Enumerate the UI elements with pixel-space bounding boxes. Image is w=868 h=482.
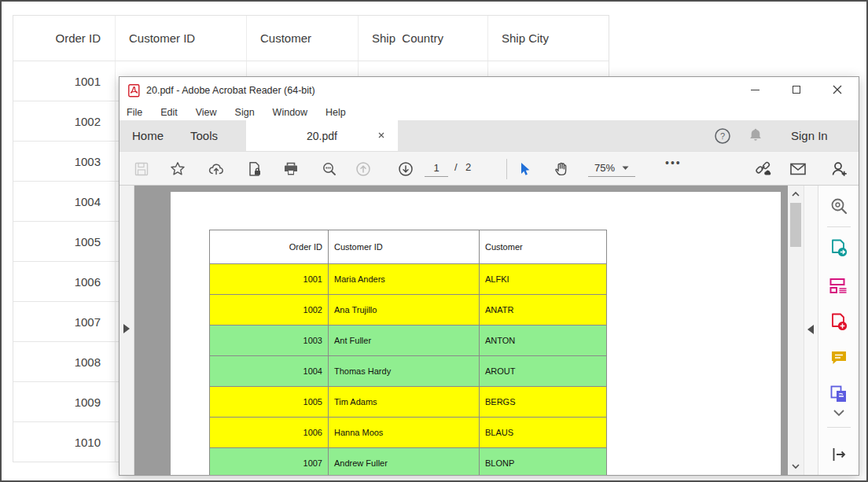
pdf-cell-customer-id: Ana Trujillo <box>329 295 480 326</box>
scroll-down-button[interactable] <box>790 461 801 472</box>
open-tools-panel-button[interactable] <box>828 443 850 465</box>
toolbar: 1 / 2 75% ••• <box>120 151 859 186</box>
viewer-content: Order ID Customer ID Customer 1001 Maria… <box>120 186 859 475</box>
sidebar-divider <box>827 427 851 428</box>
pdf-cell-customer-id: Andrew Fuller <box>329 448 480 475</box>
save-button[interactable] <box>132 160 151 178</box>
pdf-table-row: 1003 Ant Fuller ANTON <box>210 326 606 356</box>
pdf-cell-customer: ALFKI <box>480 264 606 295</box>
tools-sidebar <box>818 186 859 475</box>
pdf-cell-order-id: 1003 <box>210 326 329 356</box>
order-id-cell: 1001 <box>13 61 116 101</box>
sign-in-button[interactable]: Sign In <box>791 120 828 151</box>
collapse-right-panel-button[interactable] <box>807 325 814 334</box>
maximize-icon <box>793 86 800 94</box>
sidebar-divider <box>827 226 851 227</box>
order-id-cell: 1003 <box>13 142 116 181</box>
menu-view[interactable]: View <box>196 107 217 118</box>
export-pdf-tool[interactable] <box>828 237 850 259</box>
pdf-header-customer-id: Customer ID <box>329 230 480 264</box>
pdf-page: Order ID Customer ID Customer 1001 Maria… <box>171 192 781 475</box>
protect-document-button[interactable] <box>245 160 264 178</box>
arrow-down-circle-icon <box>397 160 414 178</box>
tab-document-label: 20.pdf <box>307 130 337 142</box>
menu-edit[interactable]: Edit <box>160 107 178 118</box>
grid-header-customer: Customer <box>247 16 359 61</box>
export-pdf-icon <box>828 237 849 259</box>
grid-header-row: Order ID Customer ID Customer Ship Count… <box>13 16 609 61</box>
hand-tool-button[interactable] <box>552 160 571 178</box>
page-number-input[interactable]: 1 <box>425 160 448 177</box>
pdf-table-row: 1006 Hanna Moos BLAUS <box>210 418 606 448</box>
pdf-cell-customer: BERGS <box>480 387 606 418</box>
send-email-button[interactable] <box>789 160 807 178</box>
create-pdf-tool[interactable] <box>828 311 850 333</box>
search-tool-button[interactable] <box>828 195 850 217</box>
grid-header-ship-city: Ship City <box>488 16 609 61</box>
select-tool-button[interactable] <box>515 160 534 178</box>
zoom-level-control[interactable]: 75% <box>588 160 635 177</box>
order-id-cell: 1009 <box>13 382 116 421</box>
title-bar[interactable]: 20.pdf - Adobe Acrobat Reader (64-bit) <box>120 77 859 104</box>
tab-home[interactable]: Home <box>132 120 164 151</box>
pdf-table-row: 1005 Tim Adams BERGS <box>210 387 606 418</box>
pdf-header-customer: Customer <box>480 230 606 264</box>
more-tools-chevron[interactable] <box>828 407 850 419</box>
pdf-cell-customer-id: Maria Anders <box>329 264 480 295</box>
tab-tools[interactable]: Tools <box>190 120 218 151</box>
search-document-icon <box>829 196 849 216</box>
document-area: Order ID Customer ID Customer 1001 Maria… <box>134 186 788 475</box>
toolbar-divider <box>506 159 507 179</box>
edit-pdf-tool[interactable] <box>828 274 850 296</box>
vertical-scrollbar[interactable] <box>788 186 804 475</box>
menu-file[interactable]: File <box>127 107 142 118</box>
left-panel-strip <box>120 186 134 475</box>
more-tools-button[interactable]: ••• <box>665 156 682 169</box>
combine-files-tool[interactable] <box>828 383 850 405</box>
magnifier-dots-icon <box>321 160 338 178</box>
menu-sign[interactable]: Sign <box>235 107 255 118</box>
help-button[interactable]: ? <box>713 127 732 145</box>
tab-document[interactable]: 20.pdf <box>246 120 398 151</box>
window-title: 20.pdf - Adobe Acrobat Reader (64-bit) <box>146 85 315 96</box>
comment-tool[interactable] <box>828 347 850 369</box>
pdf-cell-customer-id: Tim Adams <box>329 387 480 418</box>
order-id-cell: 1007 <box>13 302 116 341</box>
pdf-cell-customer: AROUT <box>480 356 606 387</box>
svg-text:?: ? <box>720 131 725 141</box>
close-icon <box>376 130 387 141</box>
minimize-button[interactable] <box>743 77 767 102</box>
chevron-down-icon <box>622 166 629 171</box>
menu-window[interactable]: Window <box>273 107 307 118</box>
arrow-up-circle-icon <box>355 160 372 178</box>
upload-cloud-button[interactable] <box>207 160 226 178</box>
right-panel-strip <box>804 186 818 475</box>
grid-header-order-id: Order ID <box>13 16 116 61</box>
scrollbar-thumb[interactable] <box>790 203 801 247</box>
page-total: 2 <box>465 161 471 173</box>
search-button[interactable] <box>320 160 339 178</box>
next-page-button[interactable] <box>396 160 415 178</box>
tab-close-button[interactable] <box>376 130 387 141</box>
expand-left-panel-button[interactable] <box>123 324 130 333</box>
tab-bar: Home Tools 20.pdf ? Sign In <box>120 120 859 151</box>
print-button[interactable] <box>281 160 300 178</box>
close-button[interactable] <box>826 77 849 102</box>
request-signatures-button[interactable] <box>829 160 848 178</box>
page-lock-icon <box>246 160 263 178</box>
favorite-button[interactable] <box>168 160 187 178</box>
scroll-up-button[interactable] <box>790 189 801 200</box>
share-link-button[interactable] <box>754 160 773 178</box>
zoom-level-value: 75% <box>594 162 615 174</box>
notifications-button[interactable] <box>747 127 766 145</box>
pdf-header-order-id: Order ID <box>210 230 329 264</box>
order-id-cell: 1010 <box>13 422 116 462</box>
pdf-cell-customer-id: Hanna Moos <box>329 418 480 448</box>
maximize-button[interactable] <box>785 77 808 102</box>
comment-bubble-icon <box>829 348 849 368</box>
acrobat-window: 20.pdf - Adobe Acrobat Reader (64-bit) F… <box>119 76 859 476</box>
menu-help[interactable]: Help <box>326 107 346 118</box>
pdf-file-icon <box>128 84 140 98</box>
person-add-icon <box>829 160 848 178</box>
previous-page-button[interactable] <box>354 160 373 178</box>
